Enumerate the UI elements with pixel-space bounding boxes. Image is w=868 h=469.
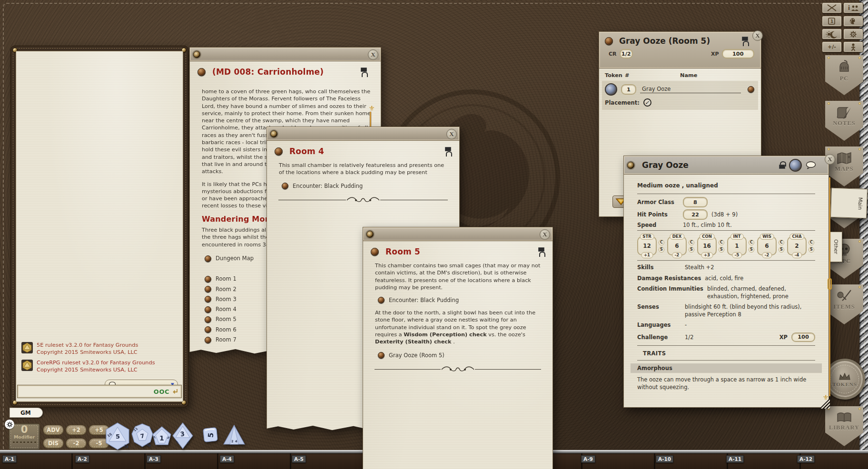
gm-identity-tab[interactable]: GM xyxy=(10,408,43,418)
modifiers-button[interactable]: +/- xyxy=(822,41,842,52)
ability-con[interactable]: CON16+3 xyxy=(697,236,717,255)
close-icon[interactable]: X xyxy=(752,30,763,41)
party-info-button[interactable]: i xyxy=(843,2,863,13)
modifier-gear-badge[interactable] xyxy=(5,420,14,429)
character-button[interactable] xyxy=(843,41,863,52)
ability-wis[interactable]: WIS6-2 xyxy=(757,236,777,255)
link-stud-icon xyxy=(205,326,211,333)
tab-main[interactable]: Main xyxy=(830,188,868,219)
grommet-icon xyxy=(627,162,634,169)
window-titlebar[interactable]: X xyxy=(363,227,553,241)
lighting-button[interactable] xyxy=(822,29,842,39)
window-titlebar[interactable]: Gray Ooze (Room 5) CR 1/2 XP 100 X xyxy=(599,31,761,68)
die-d8[interactable]: 3 2 1 xyxy=(172,422,193,449)
check-roll-button[interactable]: C xyxy=(659,240,664,245)
sidebar-item-pc[interactable]: PC xyxy=(825,55,863,95)
window-titlebar[interactable]: X xyxy=(189,47,381,61)
xp-field[interactable]: 100 xyxy=(722,49,755,59)
sidebar-item-notes[interactable]: NOTES xyxy=(825,101,863,141)
window-titlebar[interactable]: X xyxy=(266,127,460,141)
die-d12[interactable]: 7 11 10 xyxy=(131,423,153,448)
minus2-button[interactable]: -2 xyxy=(66,438,87,449)
page-title: (MD 008: Carrionholme) xyxy=(212,67,324,77)
ability-str[interactable]: STR12+1 xyxy=(637,236,657,255)
senses-label: Senses xyxy=(637,303,681,318)
npc-sheet-window[interactable]: Gray Ooze X Main Other Medium ooze , una… xyxy=(623,156,829,408)
save-roll-button[interactable]: S xyxy=(689,247,694,253)
window-stud-icon[interactable] xyxy=(197,68,206,76)
sidebar-item-label: NOTES xyxy=(833,120,855,127)
options-button[interactable] xyxy=(843,29,863,39)
window-stud-icon[interactable] xyxy=(275,147,283,156)
svg-text:13: 13 xyxy=(123,444,129,449)
story-window-room5[interactable]: X Room 5 This chamber contains two small… xyxy=(363,227,553,469)
ability-dex[interactable]: DEX6-2 xyxy=(667,236,687,255)
scrollbar-handle[interactable] xyxy=(828,278,832,290)
die-d4[interactable]: 2 4 xyxy=(223,424,246,446)
lock-icon[interactable] xyxy=(779,161,785,169)
flourish-icon xyxy=(441,365,475,374)
trait-name[interactable]: Amorphous xyxy=(631,363,822,373)
tab-other[interactable]: Other xyxy=(829,232,842,262)
gray-ooze-encounter-link[interactable]: Gray Ooze (Room 5) xyxy=(378,352,552,359)
check-roll-button[interactable]: C xyxy=(749,240,754,245)
sidebar-item-items[interactable]: ITEMS xyxy=(825,284,863,324)
check-roll-button[interactable]: C xyxy=(689,240,694,245)
count-field[interactable]: 1 xyxy=(621,84,636,95)
save-roll-button[interactable]: S xyxy=(719,247,724,253)
sidebar-item-maps[interactable]: MAPS xyxy=(825,147,863,186)
encounter-link[interactable]: Encounter: Black Pudding xyxy=(282,183,459,189)
placement-checkbox[interactable]: ✓ xyxy=(643,98,652,107)
encounter-link[interactable]: Encounter: Black Pudding xyxy=(378,297,552,303)
window-stud-icon[interactable] xyxy=(605,37,613,45)
token-ooze-icon[interactable] xyxy=(605,83,617,96)
npc-row: 1 Gray Ooze Placement: ✓ xyxy=(602,81,758,110)
gear-icon xyxy=(7,421,13,428)
hp-formula: (3d8 + 9) xyxy=(711,211,738,218)
plus2-button[interactable]: +2 xyxy=(66,425,87,435)
hp-field[interactable]: 22 xyxy=(683,209,708,220)
npc-name-field[interactable]: Gray Ooze xyxy=(640,86,741,93)
token-ooze-icon[interactable] xyxy=(789,159,802,172)
flourish-icon xyxy=(346,196,380,205)
dice-tower-button[interactable]: 1 xyxy=(822,16,842,27)
languages-value: - xyxy=(685,322,687,329)
die-d10[interactable]: 1 7 3 xyxy=(152,426,171,448)
window-titlebar[interactable]: Gray Ooze X xyxy=(623,156,829,175)
check-roll-button[interactable]: C xyxy=(809,240,814,245)
speed-label: Speed xyxy=(637,222,679,228)
die-d6[interactable]: 5 xyxy=(202,427,218,444)
npc-link-stud-icon[interactable] xyxy=(748,86,754,93)
save-roll-button[interactable]: S xyxy=(809,247,814,253)
damage-resistances-label: Damage Resistances xyxy=(637,275,701,283)
close-icon[interactable]: X xyxy=(368,49,378,60)
chat-bubble-icon[interactable] xyxy=(806,161,816,169)
effects-button[interactable] xyxy=(822,2,842,13)
save-roll-button[interactable]: S xyxy=(749,247,754,253)
close-icon[interactable]: X xyxy=(446,129,457,139)
drawing-button[interactable] xyxy=(843,16,863,27)
chat-window[interactable]: 5E ruleset v3.2.0 for Fantasy Grounds Co… xyxy=(10,46,188,407)
check-roll-button[interactable]: C xyxy=(719,240,724,245)
modifier-box[interactable]: 0 Modifier xyxy=(9,423,40,450)
d20-chat-icon xyxy=(21,342,33,354)
adv-button[interactable]: ADV xyxy=(43,425,64,435)
check-roll-button[interactable]: C xyxy=(779,240,784,245)
window-stud-icon[interactable] xyxy=(371,248,379,256)
chat-input[interactable]: OOC xyxy=(17,385,182,398)
save-roll-button[interactable]: S xyxy=(659,247,664,253)
cr-field[interactable]: 1/2 xyxy=(620,49,633,59)
close-icon[interactable]: X xyxy=(825,154,835,165)
close-icon[interactable]: X xyxy=(540,229,550,240)
save-roll-button[interactable]: S xyxy=(779,247,784,253)
shelf-coordinate: A-4 xyxy=(220,455,234,463)
sidebar-item-library[interactable]: LIBRARY xyxy=(825,406,863,446)
chat-log: 5E ruleset v3.2.0 for Fantasy Grounds Co… xyxy=(16,51,183,402)
ability-int[interactable]: INT1-5 xyxy=(727,236,747,255)
enter-arrow-icon xyxy=(172,388,178,395)
ac-field[interactable]: 8 xyxy=(683,197,708,207)
xp-field[interactable]: 100 xyxy=(791,332,815,342)
ability-cha[interactable]: CHA2-4 xyxy=(787,236,807,255)
die-d20[interactable]: 5 15 13 xyxy=(105,422,130,450)
dis-button[interactable]: DIS xyxy=(43,438,64,449)
